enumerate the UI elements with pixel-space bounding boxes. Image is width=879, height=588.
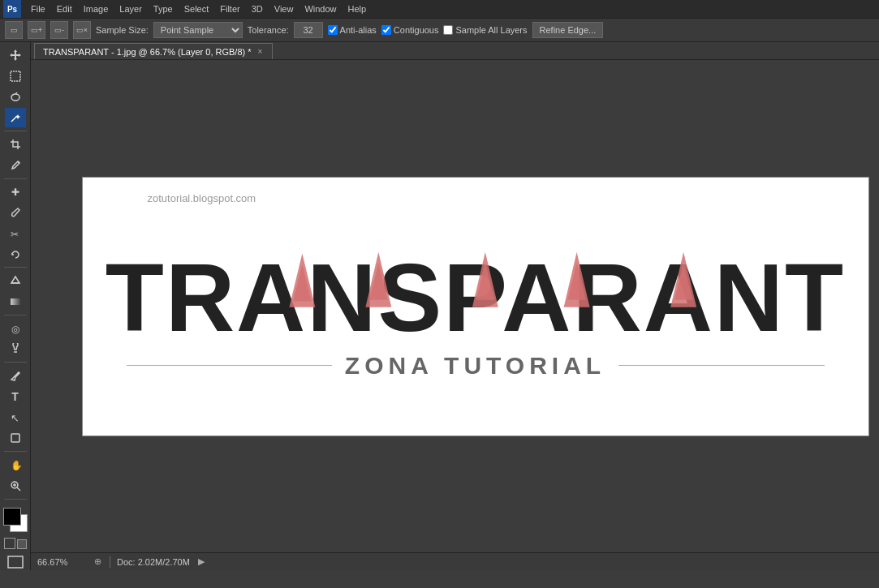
anti-alias-checkbox[interactable] (328, 25, 338, 35)
tab-bar: TRANSPARANT - 1.jpg @ 66.7% (Layer 0, RG… (31, 42, 879, 60)
toolbar-sep-5 (4, 362, 27, 363)
toolbar-sep-1 (4, 131, 27, 131)
svg-rect-13 (11, 434, 19, 442)
contiguous-checkbox[interactable] (381, 25, 391, 35)
zoom-level: 66.67% (37, 557, 86, 567)
document-tab[interactable]: TRANSPARANT - 1.jpg @ 66.7% (Layer 0, RG… (34, 43, 273, 59)
screen-mode-btn[interactable] (7, 556, 24, 570)
zoom-tool[interactable] (5, 476, 26, 496)
left-toolbar: ✚ ✂ ◎ T ↖ (0, 42, 31, 570)
menu-file[interactable]: File (26, 2, 50, 15)
status-separator (110, 556, 110, 568)
svg-text:✋: ✋ (11, 459, 21, 470)
new-selection-btn[interactable]: ▭ (5, 21, 23, 39)
sample-size-select[interactable]: Point Sample (153, 22, 243, 38)
sample-all-label: Sample All Layers (455, 25, 527, 35)
doc-tab-close-btn[interactable]: × (256, 47, 265, 56)
color-swatches[interactable] (2, 506, 29, 531)
svg-point-1 (11, 94, 19, 101)
hand-tool[interactable]: ✋ (5, 455, 26, 474)
svg-line-16 (17, 487, 20, 491)
magic-wand-tool[interactable] (5, 108, 26, 127)
menu-layer[interactable]: Layer (114, 2, 147, 15)
menu-view[interactable]: View (269, 2, 299, 15)
contiguous-group: Contiguous (381, 25, 439, 35)
toolbar-sep-6 (4, 451, 27, 452)
svg-text:↖: ↖ (11, 412, 19, 423)
sample-size-label: Sample Size: (96, 25, 149, 35)
menu-select[interactable]: Select (179, 2, 214, 15)
svg-text:✚: ✚ (11, 187, 19, 197)
doc-tab-title: TRANSPARANT - 1.jpg @ 66.7% (Layer 0, RG… (43, 47, 252, 57)
svg-rect-8 (11, 298, 20, 305)
subtitle-right-line (618, 365, 824, 367)
main-text-container: TRANSPARANT (106, 250, 845, 346)
main-layout: ✚ ✂ ◎ T ↖ (0, 42, 879, 570)
menu-3d[interactable]: 3D (247, 2, 268, 15)
toolbar-sep-7 (4, 499, 27, 500)
clone-stamp-tool[interactable]: ✂ (5, 224, 26, 243)
intersect-selection-btn[interactable]: ▭× (73, 21, 91, 39)
ps-logo: Ps (3, 0, 21, 18)
doc-size: Doc: 2.02M/2.70M (117, 557, 190, 567)
subtract-selection-btn[interactable]: ▭- (50, 21, 68, 39)
eyedropper-tool[interactable] (5, 156, 26, 175)
lasso-tool[interactable] (5, 88, 26, 107)
watermark-text: zotutorial.blogspot.com (148, 192, 256, 204)
anti-alias-group: Anti-alias (328, 25, 377, 35)
pen-tool[interactable] (5, 366, 26, 385)
anti-alias-label: Anti-alias (340, 25, 377, 35)
menu-image[interactable]: Image (79, 2, 114, 15)
main-text: TRANSPARANT (106, 250, 845, 346)
blur-tool[interactable]: ◎ (5, 319, 26, 338)
svg-rect-19 (8, 556, 23, 568)
history-brush-tool[interactable] (5, 245, 26, 264)
quick-mask-controls (4, 536, 27, 551)
toolbar-sep-3 (4, 267, 27, 268)
dodge-tool[interactable] (5, 340, 26, 359)
menu-help[interactable]: Help (343, 2, 372, 15)
contiguous-label: Contiguous (394, 25, 439, 35)
sample-all-checkbox[interactable] (443, 25, 453, 35)
foreground-color-swatch[interactable] (3, 508, 21, 526)
path-select-tool[interactable]: ↖ (5, 408, 26, 427)
tolerance-input[interactable] (294, 22, 323, 38)
quick-mask-btn[interactable] (4, 538, 15, 549)
svg-text:✂: ✂ (11, 229, 19, 239)
subtitle-text: ZONA TUTORIAL (345, 352, 605, 380)
add-selection-btn[interactable]: ▭+ (28, 21, 45, 39)
type-tool[interactable]: T (5, 387, 26, 406)
menu-type[interactable]: Type (149, 2, 178, 15)
canvas-image-content: zotutorial.blogspot.com TRANSPARANT (83, 178, 868, 436)
subtitle-left-line (127, 365, 332, 367)
healing-brush-tool[interactable]: ✚ (5, 182, 26, 201)
svg-point-4 (18, 161, 19, 162)
status-arrow-btn[interactable]: ▶ (196, 556, 206, 567)
edit-mode-btn[interactable] (17, 539, 27, 549)
toolbar-sep-4 (4, 315, 27, 315)
toolbar-sep-2 (4, 178, 27, 179)
tolerance-label: Tolerance: (248, 25, 289, 35)
options-bar: ▭ ▭+ ▭- ▭× Sample Size: Point Sample Tol… (0, 18, 879, 42)
sample-all-group: Sample All Layers (443, 25, 527, 35)
doc-canvas: zotutorial.blogspot.com TRANSPARANT (80, 67, 871, 546)
menu-edit[interactable]: Edit (52, 2, 77, 15)
menu-window[interactable]: Window (299, 2, 341, 15)
subtitle-area: ZONA TUTORIAL (127, 352, 825, 380)
menu-bar: Ps File Edit Image Layer Type Select Fil… (0, 0, 879, 18)
crop-tool[interactable] (5, 135, 26, 154)
shape-tool[interactable] (5, 429, 26, 449)
move-tool[interactable] (5, 45, 26, 65)
canvas-content: zotutorial.blogspot.com TRANSPARANT (82, 177, 869, 436)
canvas-area: TRANSPARANT - 1.jpg @ 66.7% (Layer 0, RG… (31, 42, 879, 570)
svg-rect-0 (11, 71, 20, 81)
menu-filter[interactable]: Filter (215, 2, 244, 15)
zoom-fit-btn[interactable]: ⊕ (93, 556, 103, 567)
svg-text:◎: ◎ (11, 324, 19, 334)
marquee-rect-tool[interactable] (5, 67, 26, 86)
eraser-tool[interactable] (5, 271, 26, 290)
gradient-tool[interactable] (5, 292, 26, 311)
svg-point-11 (17, 372, 19, 374)
refine-edge-button[interactable]: Refine Edge... (532, 22, 604, 38)
brush-tool[interactable] (5, 203, 26, 222)
